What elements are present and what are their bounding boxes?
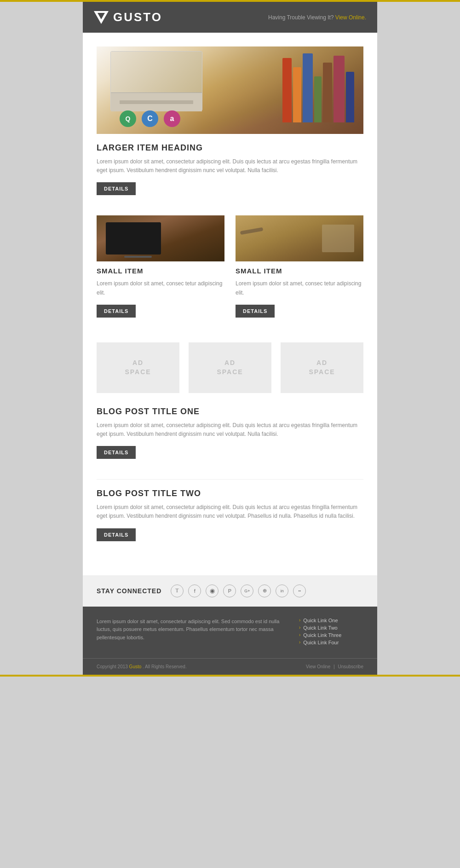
footer-description: Lorem ipsum dolor sit amet, consectetur … bbox=[97, 618, 285, 647]
stay-connected-label: STAY CONNECTED bbox=[97, 587, 161, 595]
small-item-2-heading: SMALL ITEM bbox=[236, 267, 363, 275]
blog-post-1-text: Lorem ipsum dolor sit amet, consectetur … bbox=[97, 421, 363, 439]
main-content: Q C a LARGER ITEM HEADING Lorem ipsum do… bbox=[83, 33, 377, 575]
logo-area: GUSTO bbox=[94, 10, 162, 24]
quick-link-4-item: › Quick Link Four bbox=[299, 640, 363, 645]
quick-link-4[interactable]: Quick Link Four bbox=[303, 640, 339, 645]
small-item-2-image bbox=[236, 215, 363, 261]
chevron-icon-4: › bbox=[299, 640, 300, 645]
unsubscribe-link[interactable]: Unsubscribe bbox=[338, 664, 363, 669]
small-items-row: SMALL ITEM Lorem ipsum dolor sit amet, c… bbox=[97, 215, 363, 328]
small-item-2-details-button[interactable]: DETAILS bbox=[236, 305, 275, 318]
header-trouble-text: Having Trouble Viewing It? View Online. bbox=[268, 14, 366, 21]
design-icons: Q C a bbox=[120, 110, 180, 127]
copyright-text: Copyright 2013 Gusto . All Rights Reserv… bbox=[97, 664, 187, 669]
dribbble-icon[interactable]: ⊕ bbox=[258, 584, 271, 597]
logo-triangle-svg bbox=[94, 11, 109, 24]
quick-link-1-item: › Quick Link One bbox=[299, 618, 363, 623]
quick-link-3[interactable]: Quick Link Three bbox=[303, 632, 341, 638]
logo-text: GUSTO bbox=[113, 10, 162, 24]
email-container: GUSTO Having Trouble Viewing It? View On… bbox=[83, 2, 377, 675]
ad-space-2-text: ADSPACE bbox=[217, 359, 243, 376]
blog-post-1-details-button[interactable]: DETAILS bbox=[97, 446, 136, 459]
chevron-icon-1: › bbox=[299, 618, 300, 623]
larger-item-text: Lorem ipsum dolor sit amet, consectetur … bbox=[97, 157, 363, 175]
footer-quick-links: › Quick Link One › Quick Link Two › Quic… bbox=[299, 618, 363, 647]
larger-item-section: LARGER ITEM HEADING Lorem ipsum dolor si… bbox=[97, 143, 363, 206]
blog-post-2-heading: BLOG POST TITLE TWO bbox=[97, 489, 363, 498]
quick-link-2[interactable]: Quick Link Two bbox=[303, 625, 337, 631]
bottom-links: View Online | Unsubscribe bbox=[306, 664, 363, 669]
ad-spaces-row: ADSPACE ADSPACE ADSPACE bbox=[97, 342, 363, 393]
view-online-bottom-link[interactable]: View Online bbox=[306, 664, 330, 669]
ad-space-3-text: ADSPACE bbox=[309, 359, 335, 376]
small-item-1: SMALL ITEM Lorem ipsum dolor sit amet, c… bbox=[97, 215, 224, 328]
bottom-bar: Copyright 2013 Gusto . All Rights Reserv… bbox=[83, 658, 377, 675]
brand-link[interactable]: Gusto bbox=[129, 664, 142, 669]
hero-image: Q C a bbox=[97, 46, 363, 134]
twitter-icon[interactable]: 𝕋 bbox=[171, 584, 184, 597]
logo-icon bbox=[94, 11, 109, 24]
outer-wrapper: GUSTO Having Trouble Viewing It? View On… bbox=[0, 0, 460, 677]
rss-icon[interactable]: ◉ bbox=[206, 584, 218, 597]
footer-left-text: Lorem ipsum dolor sit amet, consectetur … bbox=[97, 618, 285, 642]
blog-post-2-details-button[interactable]: DETAILS bbox=[97, 528, 136, 541]
small-item-2: SMALL ITEM Lorem ipsum dolor sit amet, c… bbox=[236, 215, 363, 328]
flickr-icon[interactable]: •• bbox=[293, 584, 306, 597]
hero-bg: Q C a bbox=[97, 46, 363, 134]
small-item-1-heading: SMALL ITEM bbox=[97, 267, 224, 275]
linkedin-icon[interactable]: in bbox=[276, 584, 288, 597]
blog-post-2-text: Lorem ipsum dolor sit amet, consectetur … bbox=[97, 503, 363, 521]
chevron-icon-3: › bbox=[299, 632, 300, 637]
google-plus-icon[interactable]: G+ bbox=[241, 584, 253, 597]
quick-link-3-item: › Quick Link Three bbox=[299, 632, 363, 638]
facebook-icon[interactable]: f bbox=[188, 584, 201, 597]
small-item-2-text: Lorem ipsum dolor sit amet, consec tetur… bbox=[236, 279, 363, 297]
view-online-link[interactable]: View Online. bbox=[335, 14, 366, 21]
small-item-1-image bbox=[97, 215, 224, 261]
pinterest-icon[interactable]: P bbox=[223, 584, 236, 597]
footer-wrapper: STAY CONNECTED 𝕋 f ◉ P G+ ⊕ in •• Lorem … bbox=[83, 575, 377, 675]
ad-space-1-text: ADSPACE bbox=[125, 359, 151, 376]
ad-space-2-box: ADSPACE bbox=[189, 342, 271, 393]
quick-link-1[interactable]: Quick Link One bbox=[303, 618, 338, 623]
small-item-1-details-button[interactable]: DETAILS bbox=[97, 305, 136, 318]
larger-item-heading: LARGER ITEM HEADING bbox=[97, 143, 363, 153]
chevron-icon-2: › bbox=[299, 625, 300, 630]
ad-space-1-box: ADSPACE bbox=[97, 342, 179, 393]
blog-post-2-section: BLOG POST TITLE TWO Lorem ipsum dolor si… bbox=[97, 489, 363, 552]
ad-space-2: ADSPACE bbox=[189, 342, 271, 393]
ad-space-3-box: ADSPACE bbox=[281, 342, 363, 393]
quick-link-2-item: › Quick Link Two bbox=[299, 625, 363, 631]
blog-post-1-heading: BLOG POST TITLE ONE bbox=[97, 407, 363, 417]
larger-item-details-button[interactable]: DETAILS bbox=[97, 182, 136, 195]
dark-footer: Lorem ipsum dolor sit amet, consectetur … bbox=[83, 607, 377, 658]
ad-space-1: ADSPACE bbox=[97, 342, 179, 393]
books-sim bbox=[282, 49, 354, 122]
email-header: GUSTO Having Trouble Viewing It? View On… bbox=[83, 2, 377, 33]
small-item-1-text: Lorem ipsum dolor sit amet, consec tetur… bbox=[97, 279, 224, 297]
laptop-sim bbox=[110, 51, 202, 111]
social-icons-row: 𝕋 f ◉ P G+ ⊕ in •• bbox=[171, 584, 306, 597]
stay-connected-bar: STAY CONNECTED 𝕋 f ◉ P G+ ⊕ in •• bbox=[83, 575, 377, 607]
divider bbox=[97, 479, 363, 480]
ad-space-3: ADSPACE bbox=[281, 342, 363, 393]
blog-post-1-section: BLOG POST TITLE ONE Lorem ipsum dolor si… bbox=[97, 407, 363, 470]
